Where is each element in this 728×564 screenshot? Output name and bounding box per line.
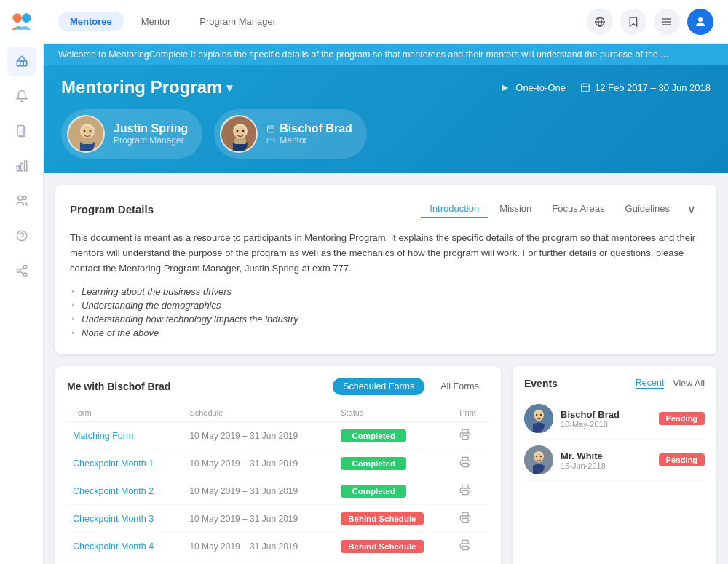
svg-rect-8 xyxy=(24,161,26,171)
svg-rect-38 xyxy=(234,138,246,144)
col-print: Print xyxy=(454,404,489,422)
sidebar-item-home[interactable] xyxy=(7,47,36,76)
sidebar-item-help[interactable] xyxy=(7,221,36,250)
print-icon[interactable] xyxy=(459,484,471,496)
tabs-more-icon[interactable]: ∨ xyxy=(681,199,702,219)
form-print[interactable] xyxy=(454,422,489,450)
svg-point-36 xyxy=(237,130,239,132)
event-info: Bischof Brad 10-May-2018 xyxy=(561,409,652,429)
bullet-item: None of the above xyxy=(82,326,702,340)
bookmark-button[interactable] xyxy=(620,9,646,35)
tab-mission[interactable]: Mission xyxy=(491,200,540,218)
svg-rect-45 xyxy=(462,491,468,495)
svg-point-30 xyxy=(84,130,86,132)
user-avatar[interactable] xyxy=(687,9,713,35)
form-schedule: 10 May 2019 – 31 Jun 2019 xyxy=(183,450,335,477)
svg-point-52 xyxy=(540,414,542,416)
svg-point-51 xyxy=(536,414,537,416)
event-person-name: Mr. White xyxy=(561,450,652,461)
program-body-text: This document is meant as a resource to … xyxy=(70,231,702,276)
pending-badge: Pending xyxy=(659,412,705,425)
tab-introduction[interactable]: Introduction xyxy=(421,200,488,218)
people-icon xyxy=(15,194,28,207)
sidebar-item-people[interactable] xyxy=(7,186,36,215)
calendar-icon xyxy=(580,82,590,92)
print-icon[interactable] xyxy=(459,456,471,468)
justin-role: Program Manager xyxy=(114,135,188,146)
event-info: Mr. White 15-Jun-2018 xyxy=(561,450,652,470)
sidebar xyxy=(0,0,44,564)
program-bullet-list: Learning about the business drivers Unde… xyxy=(70,285,702,340)
help-icon xyxy=(15,229,28,242)
content-area: Program Details Introduction Mission Foc… xyxy=(44,173,728,564)
print-icon[interactable] xyxy=(459,512,471,523)
nav-tab-mentor[interactable]: Mentor xyxy=(130,12,182,31)
welcome-banner: Welcome to MentoringComplete It explains… xyxy=(44,44,728,65)
svg-rect-44 xyxy=(462,464,468,467)
events-tab-recent[interactable]: Recent xyxy=(636,378,665,389)
forms-table-head: Form Schedule Status Print xyxy=(67,404,489,422)
event-date: 15-Jun-2018 xyxy=(561,461,652,470)
form-link[interactable]: Matching Form xyxy=(73,431,133,441)
forms-title: Me with Bischof Brad xyxy=(67,381,170,392)
sidebar-item-documents[interactable] xyxy=(7,116,36,146)
menu-button[interactable] xyxy=(654,9,680,35)
svg-point-35 xyxy=(234,126,246,139)
top-navigation: Mentoree Mentor Program Manager xyxy=(44,0,728,44)
events-card: Events Recent View All xyxy=(513,366,716,564)
sidebar-item-charts[interactable] xyxy=(7,151,36,180)
calendar-small-icon xyxy=(266,124,275,133)
svg-rect-47 xyxy=(462,547,468,550)
form-print[interactable] xyxy=(454,450,489,477)
svg-rect-32 xyxy=(82,138,93,144)
form-print[interactable] xyxy=(454,505,489,533)
forms-tab-scheduled[interactable]: Scheduled Forms xyxy=(333,378,424,395)
print-icon[interactable] xyxy=(459,429,471,440)
tab-focus-areas[interactable]: Focus Areas xyxy=(543,200,613,218)
svg-line-17 xyxy=(20,268,23,270)
form-status: Completed xyxy=(335,450,454,477)
events-tab-view-all[interactable]: View All xyxy=(673,378,705,389)
sidebar-item-share[interactable] xyxy=(7,256,36,285)
table-row: Checkpoint Month 4 10 May 2019 – 31 Jun … xyxy=(67,533,489,560)
nav-tab-program-manager[interactable]: Program Manager xyxy=(188,12,288,31)
form-print[interactable] xyxy=(454,477,489,505)
forms-tab-all[interactable]: All Forms xyxy=(430,378,489,395)
bischof-role-row: Mentor xyxy=(266,135,352,146)
svg-point-0 xyxy=(12,13,22,23)
form-link[interactable]: Checkpoint Month 1 xyxy=(73,458,154,469)
events-title: Events xyxy=(524,378,558,389)
bischof-name: Bischof Brad xyxy=(280,122,352,135)
svg-point-10 xyxy=(23,196,26,200)
chevron-down-icon[interactable]: ▾ xyxy=(226,81,232,95)
form-link[interactable]: Checkpoint Month 3 xyxy=(73,514,154,524)
svg-rect-6 xyxy=(17,166,19,171)
tab-guidelines[interactable]: Guidelines xyxy=(617,200,678,218)
translate-button[interactable] xyxy=(587,9,613,35)
event-avatar xyxy=(524,445,553,474)
banner-more[interactable]: ... xyxy=(661,49,668,60)
nav-tab-mentoree[interactable]: Mentoree xyxy=(58,12,124,31)
program-title: Mentoring Program ▾ xyxy=(61,77,232,98)
justin-avatar xyxy=(67,115,105,153)
topnav-right-icons xyxy=(587,9,713,35)
sidebar-item-notifications[interactable] xyxy=(7,82,36,111)
header-meta: ▶ One-to-One 12 Feb 2017 – 30 Jun 2018 xyxy=(502,82,711,93)
form-link[interactable]: Checkpoint Month 2 xyxy=(73,486,154,496)
form-link[interactable]: Checkpoint Month 4 xyxy=(73,541,154,552)
form-print[interactable] xyxy=(454,533,489,560)
event-date: 10-May-2018 xyxy=(561,420,652,429)
main-content: Mentoree Mentor Program Manager xyxy=(44,0,728,564)
justin-info: Justin Spring Program Manager xyxy=(114,122,188,146)
svg-rect-7 xyxy=(20,163,23,171)
form-schedule: 10 May 2019 – 31 Jun 2019 xyxy=(183,505,335,533)
svg-rect-46 xyxy=(462,519,468,523)
bischof-name-row: Bischof Brad xyxy=(266,122,352,135)
svg-point-1 xyxy=(22,13,31,23)
bischof-avatar xyxy=(220,115,258,153)
forms-tabs: Scheduled Forms All Forms xyxy=(333,378,489,395)
event-item: Mr. White 15-Jun-2018 Pending xyxy=(524,440,705,481)
print-icon[interactable] xyxy=(459,539,471,551)
svg-rect-41 xyxy=(267,138,274,143)
svg-point-56 xyxy=(536,456,537,457)
